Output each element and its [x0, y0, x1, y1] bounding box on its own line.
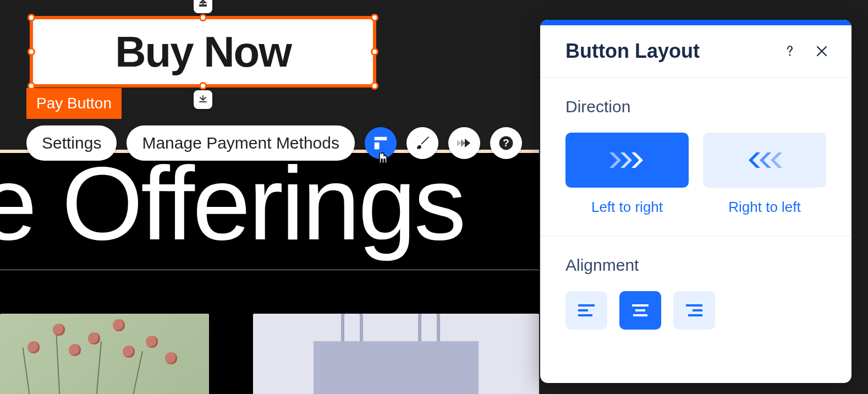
selected-buy-now-button[interactable]: Buy Now: [30, 16, 376, 87]
panel-title: Button Layout: [565, 40, 768, 63]
resize-handle-bottom-mid[interactable]: [199, 82, 207, 90]
alignment-label: Alignment: [565, 256, 826, 275]
settings-button-label: Settings: [42, 134, 101, 152]
buy-now-label: Buy Now: [115, 27, 291, 77]
drag-handle-top-icon[interactable]: [194, 0, 212, 13]
canvas-heading-text: ue Offerings: [0, 143, 464, 263]
animation-icon: [455, 135, 474, 151]
alignment-section: Alignment: [540, 236, 851, 349]
help-icon: ?: [498, 135, 514, 151]
align-center-button[interactable]: [619, 291, 661, 330]
direction-label: Direction: [565, 97, 826, 116]
align-right-button[interactable]: [673, 291, 715, 330]
manage-payment-methods-label: Manage Payment Methods: [142, 134, 339, 152]
svg-text:?: ?: [503, 137, 509, 149]
close-icon: [816, 45, 828, 57]
align-right-icon: [685, 303, 704, 318]
chevrons-right-icon: [606, 149, 648, 171]
direction-rtl-label: Right to left: [728, 199, 801, 216]
resize-handle-mid-right[interactable]: [371, 48, 378, 56]
svg-rect-6: [632, 304, 649, 307]
direction-rtl-box: [703, 133, 826, 188]
direction-ltr-label: Left to right: [591, 199, 663, 216]
layout-icon: [372, 135, 389, 151]
svg-rect-11: [688, 314, 702, 316]
svg-rect-3: [578, 304, 595, 307]
svg-rect-10: [693, 309, 702, 311]
cursor-pointer-icon: [375, 151, 391, 172]
canvas-horizontal-rule: [0, 270, 539, 270]
resize-handle-top-left[interactable]: [28, 14, 35, 21]
svg-rect-5: [578, 314, 592, 316]
panel-help-button[interactable]: [780, 41, 800, 61]
direction-rtl-option[interactable]: Right to left: [703, 133, 826, 216]
chevrons-left-icon: [744, 149, 785, 171]
svg-rect-9: [686, 304, 702, 307]
manage-payment-methods-button[interactable]: Manage Payment Methods: [127, 125, 355, 161]
resize-handle-top-right[interactable]: [371, 14, 378, 21]
align-left-icon: [577, 303, 596, 318]
svg-rect-8: [633, 314, 647, 316]
panel-header: Button Layout: [540, 25, 851, 78]
svg-rect-7: [635, 309, 645, 311]
direction-section: Direction Left to right: [540, 78, 851, 236]
product-image-flowers[interactable]: [0, 314, 209, 394]
svg-rect-4: [578, 309, 588, 311]
product-image-bag[interactable]: [253, 314, 539, 394]
button-layout-panel: Button Layout Direction Left to right: [540, 20, 851, 383]
design-button[interactable]: [406, 127, 438, 159]
align-left-button[interactable]: [565, 291, 607, 330]
direction-ltr-box: [565, 133, 689, 188]
resize-handle-bottom-right[interactable]: [371, 82, 378, 90]
svg-point-2: [789, 54, 791, 56]
settings-button[interactable]: Settings: [26, 125, 117, 161]
panel-accent-bar: [540, 20, 851, 25]
panel-close-button[interactable]: [812, 41, 832, 61]
layout-button[interactable]: [365, 127, 397, 159]
direction-ltr-option[interactable]: Left to right: [565, 133, 689, 216]
resize-handle-top-mid[interactable]: [199, 14, 207, 21]
animation-button[interactable]: [448, 127, 480, 159]
question-icon: [783, 45, 796, 58]
drag-handle-bottom-icon[interactable]: [194, 90, 212, 109]
element-toolbar: Settings Manage Payment Methods ?: [26, 125, 522, 161]
align-center-icon: [631, 303, 650, 318]
help-button[interactable]: ?: [490, 127, 522, 159]
brush-icon: [414, 135, 431, 151]
element-type-label: Pay Button: [26, 88, 122, 119]
resize-handle-mid-left[interactable]: [28, 48, 35, 56]
